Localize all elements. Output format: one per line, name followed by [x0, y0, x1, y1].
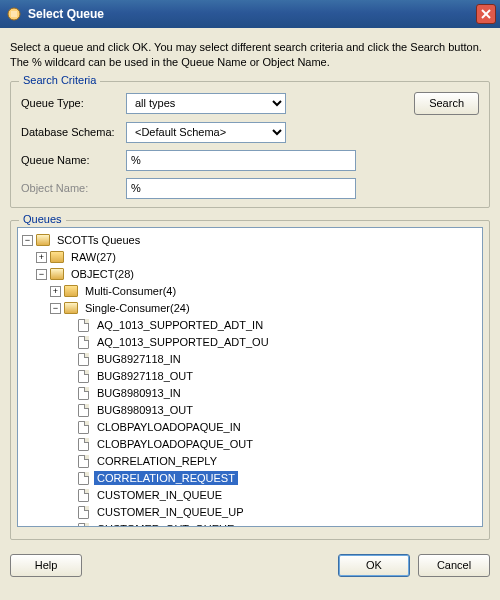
tree-leaf[interactable]: BUG8980913_OUT: [22, 402, 482, 419]
tree-root-label: SCOTTs Queues: [54, 233, 143, 247]
tree-leaf-label: BUG8980913_IN: [94, 386, 184, 400]
tree-leaf[interactable]: CORRELATION_REQUEST: [22, 470, 482, 487]
file-icon: [78, 506, 89, 519]
object-name-label: Object Name:: [21, 182, 126, 194]
tree-node-object[interactable]: − OBJECT(28): [22, 266, 482, 283]
search-button[interactable]: Search: [414, 92, 479, 115]
tree-leaf-label: BUG8927118_OUT: [94, 369, 196, 383]
tree-leaf-label: BUG8980913_OUT: [94, 403, 196, 417]
folder-open-icon: [36, 234, 50, 246]
tree-leaf-label: CUSTOMER_IN_QUEUE_UP: [94, 505, 247, 519]
tree-node-label: Multi-Consumer(4): [82, 284, 179, 298]
tree-node-single[interactable]: − Single-Consumer(24): [22, 300, 482, 317]
titlebar: Select Queue: [0, 0, 500, 28]
tree-node-label: RAW(27): [68, 250, 119, 264]
file-icon: [78, 455, 89, 468]
ok-button[interactable]: OK: [338, 554, 410, 577]
tree-leaf[interactable]: BUG8927118_IN: [22, 351, 482, 368]
tree-leaf[interactable]: CLOBPAYLOADOPAQUE_IN: [22, 419, 482, 436]
queue-name-input[interactable]: [126, 150, 356, 171]
tree-leaf-label: AQ_1013_SUPPORTED_ADT_OU: [94, 335, 272, 349]
app-icon: [6, 6, 22, 22]
help-button[interactable]: Help: [10, 554, 82, 577]
tree-leaf[interactable]: CLOBPAYLOADOPAQUE_OUT: [22, 436, 482, 453]
queues-group: Queues − SCOTTs Queues + RAW(27) − OBJEC…: [10, 220, 490, 540]
queues-tree[interactable]: − SCOTTs Queues + RAW(27) − OBJECT(28) +: [17, 227, 483, 527]
file-icon: [78, 472, 89, 485]
collapse-icon[interactable]: −: [36, 269, 47, 280]
tree-leaf[interactable]: CUSTOMER_IN_QUEUE_UP: [22, 504, 482, 521]
tree-leaf[interactable]: BUG8980913_IN: [22, 385, 482, 402]
svg-rect-1: [11, 11, 17, 17]
tree-node-raw[interactable]: + RAW(27): [22, 249, 482, 266]
file-icon: [78, 387, 89, 400]
folder-icon: [64, 285, 78, 297]
tree-leaf-label: AQ_1013_SUPPORTED_ADT_IN: [94, 318, 266, 332]
close-icon: [481, 9, 491, 19]
tree-leaf[interactable]: AQ_1013_SUPPORTED_ADT_IN: [22, 317, 482, 334]
tree-leaf[interactable]: CORRELATION_REPLY: [22, 453, 482, 470]
file-icon: [78, 489, 89, 502]
tree-leaf-label: CLOBPAYLOADOPAQUE_OUT: [94, 437, 256, 451]
folder-open-icon: [64, 302, 78, 314]
tree-root[interactable]: − SCOTTs Queues: [22, 232, 482, 249]
file-icon: [78, 370, 89, 383]
queues-group-label: Queues: [19, 213, 66, 225]
tree-leaf-label: CLOBPAYLOADOPAQUE_IN: [94, 420, 244, 434]
search-criteria-group: Search Criteria Queue Type: all types Se…: [10, 81, 490, 208]
dialog-footer: Help OK Cancel: [0, 548, 500, 585]
file-icon: [78, 421, 89, 434]
collapse-icon[interactable]: −: [22, 235, 33, 246]
instruction-text: Select a queue and click OK. You may sel…: [10, 40, 490, 71]
file-icon: [78, 404, 89, 417]
file-icon: [78, 319, 89, 332]
folder-icon: [50, 251, 64, 263]
queue-type-select[interactable]: all types: [126, 93, 286, 114]
tree-node-label: OBJECT(28): [68, 267, 137, 281]
expand-icon[interactable]: +: [50, 286, 61, 297]
search-group-label: Search Criteria: [19, 74, 100, 86]
window-title: Select Queue: [28, 7, 476, 21]
collapse-icon[interactable]: −: [50, 303, 61, 314]
cancel-button[interactable]: Cancel: [418, 554, 490, 577]
file-icon: [78, 336, 89, 349]
tree-leaf-label: CUSTOMER_IN_QUEUE: [94, 488, 225, 502]
file-icon: [78, 353, 89, 366]
close-button[interactable]: [476, 4, 496, 24]
folder-open-icon: [50, 268, 64, 280]
queue-type-label: Queue Type:: [21, 97, 126, 109]
file-icon: [78, 438, 89, 451]
tree-leaf-label: CORRELATION_REPLY: [94, 454, 220, 468]
tree-leaf-label: CUSTOMER_OUT_QUEUE: [94, 522, 237, 527]
tree-node-multi[interactable]: + Multi-Consumer(4): [22, 283, 482, 300]
tree-leaf[interactable]: CUSTOMER_OUT_QUEUE: [22, 521, 482, 527]
tree-leaf-label: BUG8927118_IN: [94, 352, 184, 366]
database-schema-label: Database Schema:: [21, 126, 126, 138]
queue-name-label: Queue Name:: [21, 154, 126, 166]
tree-leaf-label: CORRELATION_REQUEST: [94, 471, 238, 485]
database-schema-select[interactable]: <Default Schema>: [126, 122, 286, 143]
tree-leaf[interactable]: BUG8927118_OUT: [22, 368, 482, 385]
tree-leaf[interactable]: CUSTOMER_IN_QUEUE: [22, 487, 482, 504]
object-name-input[interactable]: [126, 178, 356, 199]
tree-leaf[interactable]: AQ_1013_SUPPORTED_ADT_OU: [22, 334, 482, 351]
expand-icon[interactable]: +: [36, 252, 47, 263]
tree-node-label: Single-Consumer(24): [82, 301, 193, 315]
file-icon: [78, 523, 89, 527]
